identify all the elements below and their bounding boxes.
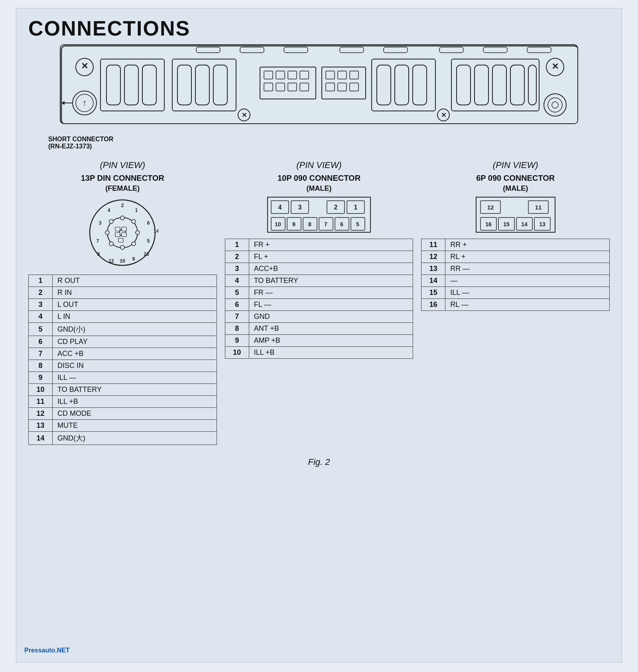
table-row: 8ANT +B [225,323,413,335]
svg-rect-8 [527,47,551,53]
device-illustration: ✕ ↑ ✕ [60,44,578,124]
svg-text:7: 7 [96,238,99,244]
table-row: 9ILL — [29,372,217,384]
svg-text:16: 16 [485,221,492,227]
pin-view-label-13p: (PIN VIEW) [100,160,146,170]
svg-text:13: 13 [144,251,150,257]
svg-text:6: 6 [147,220,150,226]
table-row: 2R IN [29,287,217,299]
connector-diagram-6p: 6P 090 CONNECTOR (MALE) 12 11 16 15 14 [421,174,610,311]
table-row: 8DISC IN [29,360,217,372]
connector-title-13p: 13P DIN CONNECTOR [81,174,164,183]
table-row: 7GND [225,311,413,323]
svg-text:7: 7 [324,221,327,227]
table-row: 2FL + [225,251,413,263]
watermark: Pressauto.NET [24,647,70,654]
svg-rect-6 [439,47,463,53]
svg-rect-4 [340,47,364,53]
svg-rect-45 [413,65,427,105]
connector-diagram-10p: 10P 090 CONNECTOR (MALE) 4 3 2 1 10 [225,174,414,359]
svg-text:1: 1 [354,204,358,211]
svg-point-66 [120,245,124,249]
connector-diagram-13p: 13P DIN CONNECTOR (FEMALE) [28,174,217,445]
svg-point-68 [105,231,109,235]
svg-rect-36 [326,71,335,79]
connector-subtitle-6p: (MALE) [503,184,528,193]
svg-text:4: 4 [278,204,282,211]
svg-rect-17 [106,65,120,105]
svg-rect-83 [115,227,120,231]
svg-text:6: 6 [340,221,343,227]
svg-text:10: 10 [275,221,281,227]
svg-rect-7 [483,47,507,53]
svg-text:12: 12 [109,258,114,264]
table-row: 1R OUT [29,275,217,287]
svg-rect-32 [276,83,285,91]
svg-rect-31 [264,83,273,91]
svg-rect-18 [124,65,138,105]
svg-text:2: 2 [334,204,338,211]
svg-text:✕: ✕ [81,61,88,71]
svg-rect-33 [288,83,297,91]
table-row: 14GND(大) [29,432,217,445]
table-row: 10ILL +B [225,347,413,359]
svg-text:↑: ↑ [83,98,87,108]
svg-rect-3 [284,47,308,53]
table-row: 3ACC+B [225,263,413,275]
table-row: 4TO BATTERY [225,275,413,287]
svg-point-69 [109,219,113,223]
svg-rect-40 [338,83,347,91]
svg-rect-28 [276,71,285,79]
svg-rect-19 [142,65,156,105]
table-row: 6CD PLAY [29,336,217,348]
svg-text:3: 3 [99,220,102,226]
svg-text:12: 12 [487,204,494,211]
svg-text:15: 15 [503,221,510,227]
svg-rect-43 [377,65,391,105]
svg-text:2: 2 [121,203,124,208]
table-row: 16RL — [421,299,610,311]
svg-rect-87 [118,238,123,242]
svg-point-58 [552,102,558,108]
pin-view-block-10p: (PIN VIEW) 10P 090 CONNECTOR (MALE) 4 3 … [225,160,414,445]
svg-text:13: 13 [539,221,545,227]
table-row: 3L OUT [29,299,217,311]
svg-text:5: 5 [147,238,150,244]
connector-title-10p: 10P 090 CONNECTOR [278,174,360,183]
table-row: 13RR — [421,263,610,275]
page: CONNECTIONS ✕ ↑ [16,8,622,662]
pin-diagram-10p: 4 3 2 1 10 9 8 7 [267,197,371,233]
svg-rect-22 [195,65,209,105]
svg-text:1: 1 [135,208,138,213]
table-row: 15ILL — [421,287,610,299]
table-row: 11ILL +B [29,396,217,408]
svg-rect-53 [528,65,536,105]
svg-rect-30 [300,71,309,79]
svg-point-64 [136,231,140,235]
svg-text:8: 8 [97,251,100,257]
svg-rect-21 [177,65,191,105]
svg-text:9: 9 [292,221,295,227]
svg-rect-49 [457,65,471,105]
table-6p: 11RR +12RL +13RR —14—15ILL —16RL — [421,239,610,311]
svg-rect-51 [492,65,506,105]
svg-text:✕: ✕ [242,112,247,119]
svg-rect-39 [326,83,335,91]
table-row: 14— [421,275,610,287]
svg-text:✕: ✕ [441,112,446,119]
table-row: 1FR + [225,239,413,251]
svg-point-67 [109,242,113,246]
svg-point-62 [120,216,124,220]
svg-text:11: 11 [535,204,542,211]
connector-title-6p: 6P 090 CONNECTOR [476,174,555,183]
svg-rect-27 [264,71,273,79]
svg-text:4: 4 [108,208,110,213]
svg-text:14: 14 [154,228,159,234]
pin-views-section: (PIN VIEW) 13P DIN CONNECTOR (FEMALE) [28,160,610,445]
svg-rect-41 [350,83,358,91]
page-title: CONNECTIONS [28,16,610,40]
table-row: 5FR — [225,287,413,299]
table-row: 12RL + [421,251,610,263]
svg-text:3: 3 [298,204,302,211]
table-row: 4L IN [29,311,217,323]
